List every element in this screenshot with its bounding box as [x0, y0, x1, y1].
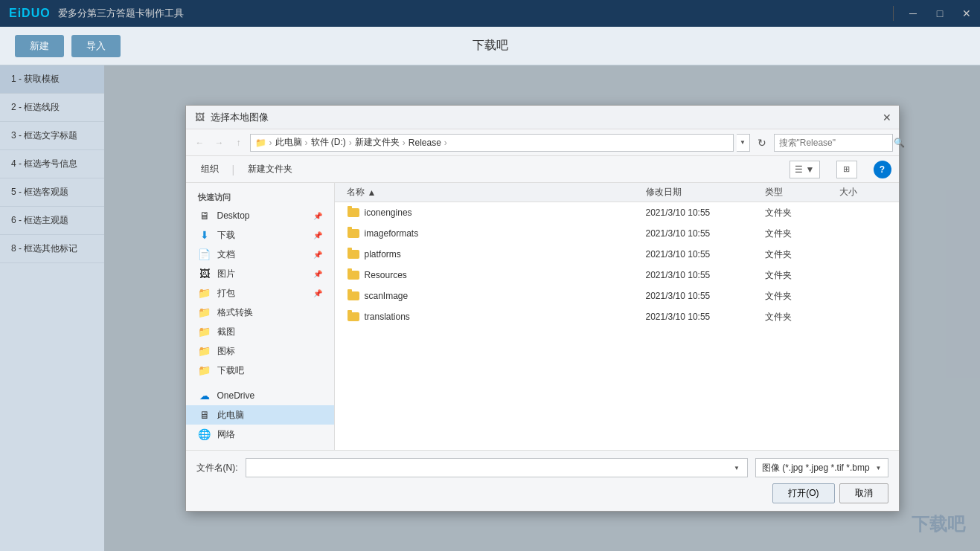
search-icon: 🔍: [894, 138, 905, 148]
left-item-icon-folder[interactable]: 📁 图标: [186, 341, 334, 361]
organize-button[interactable]: 组织: [193, 161, 226, 178]
table-row[interactable]: iconengines 2021/3/10 10:55 文件夹: [335, 202, 899, 223]
breadcrumb-sep-3: ›: [403, 138, 406, 148]
breadcrumb-folder-icon[interactable]: 📁: [255, 138, 266, 148]
up-button[interactable]: ↑: [231, 135, 247, 151]
filetype-arrow-icon: ▼: [876, 465, 882, 471]
file-list-body: iconengines 2021/3/10 10:55 文件夹 imagefor…: [335, 202, 899, 450]
open-button[interactable]: 打开(O): [772, 483, 834, 503]
panel-gap: [186, 380, 334, 386]
col-header-type[interactable]: 类型: [759, 186, 833, 199]
file-date-cell: 2021/3/10 10:55: [640, 249, 759, 260]
left-item-pack-label: 打包: [217, 287, 235, 300]
breadcrumb-sep-0: ›: [269, 138, 272, 148]
pack-folder-icon: 📁: [198, 286, 211, 300]
onedrive-icon: ☁: [198, 389, 211, 402]
folder-icon-4: [347, 289, 360, 303]
left-item-download-ba[interactable]: 📁 下载吧: [186, 361, 334, 380]
table-row[interactable]: scanImage 2021/3/10 10:55 文件夹: [335, 286, 899, 306]
file-type-cell: 文件夹: [759, 248, 833, 261]
col-header-name[interactable]: 名称 ▲: [341, 186, 640, 199]
download-ba-folder-icon: 📁: [198, 364, 211, 377]
left-panel: 快速访问 🖥 Desktop 📌 ⬇ 下载 📌 📄: [186, 183, 335, 450]
left-item-format-label: 格式转换: [217, 306, 253, 319]
table-row[interactable]: translations 2021/3/10 10:55 文件夹: [335, 306, 899, 327]
import-button[interactable]: 导入: [71, 35, 121, 57]
sidebar: 1 - 获取模板 2 - 框选线段 3 - 框选文字标题 4 - 框选考号信息 …: [0, 65, 104, 551]
left-item-onedrive-label: OneDrive: [217, 390, 255, 401]
left-item-doc-label: 文档: [217, 248, 235, 261]
cancel-button[interactable]: 取消: [839, 483, 888, 503]
minimize-button[interactable]: ─: [900, 0, 926, 27]
help-button[interactable]: ?: [874, 161, 891, 178]
left-item-network[interactable]: 🌐 网络: [186, 425, 334, 444]
refresh-button[interactable]: ↻: [753, 134, 771, 152]
sidebar-item-4[interactable]: 4 - 框选考号信息: [0, 150, 104, 178]
left-item-pic[interactable]: 🖼 图片 📌: [186, 264, 334, 283]
table-row[interactable]: platforms 2021/3/10 10:55 文件夹: [335, 244, 899, 265]
col-header-size[interactable]: 大小: [833, 186, 893, 199]
left-item-network-label: 网络: [217, 428, 235, 441]
file-type-cell: 文件夹: [759, 228, 833, 240]
maximize-button[interactable]: □: [926, 0, 953, 27]
new-button[interactable]: 新建: [15, 35, 64, 57]
left-item-desktop[interactable]: 🖥 Desktop 📌: [186, 206, 334, 225]
left-item-onedrive[interactable]: ☁ OneDrive: [186, 386, 334, 405]
sidebar-item-5[interactable]: 5 - 框选客观题: [0, 178, 104, 207]
file-type-cell: 文件夹: [759, 290, 833, 303]
sidebar-item-3[interactable]: 3 - 框选文字标题: [0, 122, 104, 150]
filename-input[interactable]: [249, 463, 729, 473]
file-type-cell: 文件夹: [759, 207, 833, 219]
sidebar-item-6[interactable]: 6 - 框选主观题: [0, 207, 104, 235]
left-item-format[interactable]: 📁 格式转换: [186, 303, 334, 322]
file-date-cell: 2021/3/10 10:55: [640, 207, 759, 218]
breadcrumb-release[interactable]: Release: [409, 138, 441, 148]
breadcrumb-this-pc[interactable]: 此电脑: [275, 136, 302, 149]
breadcrumb-drive[interactable]: 软件 (D:): [311, 136, 346, 149]
pin-icon-pack: 📌: [313, 289, 322, 297]
left-item-download[interactable]: ⬇ 下载 📌: [186, 225, 334, 245]
sidebar-item-8[interactable]: 8 - 框选其他标记: [0, 235, 104, 263]
content-area: 下载吧 🖼 选择本地图像 ✕ ← → ↑ 📁 ›: [104, 65, 980, 551]
close-button[interactable]: ✕: [953, 0, 980, 27]
new-folder-button[interactable]: 新建文件夹: [240, 161, 300, 178]
back-button[interactable]: ←: [192, 135, 208, 151]
col-header-date[interactable]: 修改日期: [640, 186, 759, 199]
folder-icon-0: [347, 206, 360, 219]
left-item-doc[interactable]: 📄 文档 📌: [186, 245, 334, 264]
dialog-action-buttons: 打开(O) 取消: [196, 483, 888, 503]
left-item-this-pc[interactable]: 🖥 此电脑: [186, 405, 334, 425]
search-input[interactable]: [779, 138, 891, 148]
screenshot-folder-icon: 📁: [198, 325, 211, 338]
filetype-label: 图像 (*.jpg *.jpeg *.tif *.bmp: [762, 462, 870, 474]
filename-input-wrap: ▼: [246, 458, 748, 477]
table-row[interactable]: Resources 2021/3/10 10:55 文件夹: [335, 265, 899, 286]
file-date-cell: 2021/3/10 10:55: [640, 291, 759, 301]
file-date-cell: 2021/3/10 10:55: [640, 312, 759, 322]
breadcrumb-sep-4: ›: [444, 138, 447, 148]
filetype-select[interactable]: 图像 (*.jpg *.jpeg *.tif *.bmp ▼: [755, 458, 888, 477]
app-logo: EiDUO: [9, 7, 51, 20]
left-item-screenshot[interactable]: 📁 截图: [186, 322, 334, 341]
left-item-pack[interactable]: 📁 打包 📌: [186, 283, 334, 303]
toolbar-title: 下载吧: [473, 38, 508, 54]
breadcrumb-folder[interactable]: 新建文件夹: [355, 136, 400, 149]
window-controls: ─ □ ✕: [887, 0, 980, 27]
view-toggle-button[interactable]: ⊞: [836, 161, 857, 178]
file-name-cell: imageformats: [341, 227, 640, 240]
file-list-area: 名称 ▲ 修改日期 类型 大小: [335, 183, 899, 450]
toolbar-sep: |: [232, 164, 235, 175]
dialog-close-button[interactable]: ✕: [878, 109, 896, 126]
file-name-cell: scanImage: [341, 289, 640, 303]
filename-dropdown-button[interactable]: ▼: [729, 459, 744, 477]
sidebar-item-2[interactable]: 2 - 框选线段: [0, 94, 104, 122]
file-name-cell: translations: [341, 310, 640, 323]
view-options-button[interactable]: ☰ ▼: [790, 161, 819, 178]
forward-button[interactable]: →: [211, 135, 228, 151]
folder-icon-2: [347, 248, 360, 261]
file-dialog: 🖼 选择本地图像 ✕ ← → ↑ 📁 › 此电脑 › 软件 (D:) ›: [185, 105, 900, 512]
table-row[interactable]: imageformats 2021/3/10 10:55 文件夹: [335, 223, 899, 244]
address-bar: ← → ↑ 📁 › 此电脑 › 软件 (D:) › 新建文件夹 › Releas…: [186, 129, 899, 156]
breadcrumb-dropdown-button[interactable]: ▼: [737, 134, 750, 152]
sidebar-item-1[interactable]: 1 - 获取模板: [0, 65, 104, 94]
